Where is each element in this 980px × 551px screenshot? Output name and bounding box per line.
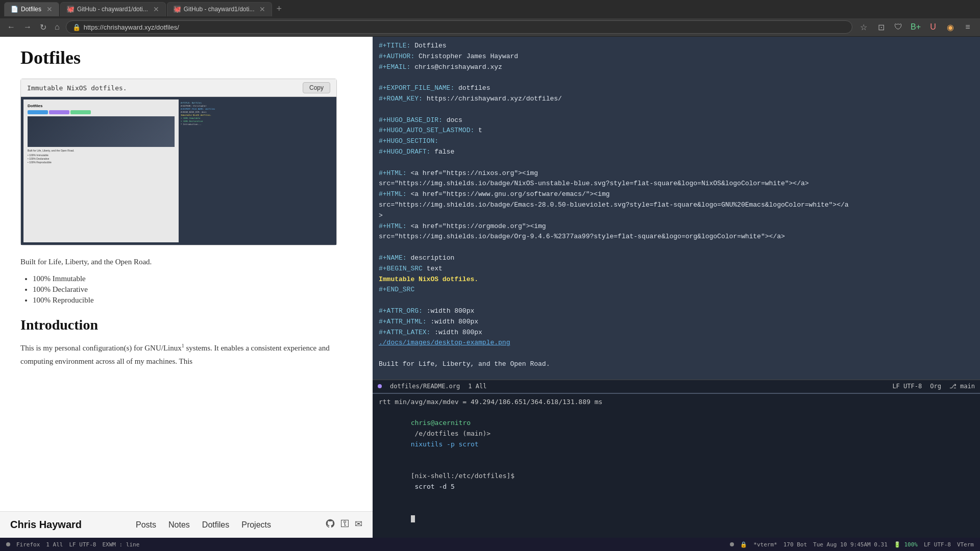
- status-right: LF UTF-8 Org ⎇ main: [892, 383, 975, 390]
- editor-line-14: src="https://img.shields.io/badge/NixOS-…: [379, 179, 974, 189]
- mini-web-text1: Built for Life, Liberty, and the Open Ro…: [28, 149, 175, 153]
- editor-line-25: [379, 295, 974, 306]
- term-prompt-line: chris@acernitro /e/dotfiles (main)> nixu…: [379, 407, 974, 460]
- editor-pane: #+TITLE: Dotfiles #+AUTHOR: Christopher …: [373, 37, 980, 538]
- address-text: https://chrishayward.xyz/dotfiles/: [84, 23, 179, 31]
- editor-line-2: #+AUTHOR: Christopher James Hayward: [379, 52, 974, 62]
- tab-favicon-2: 🐙: [67, 6, 74, 13]
- reader-mode-button[interactable]: ⊡: [874, 20, 888, 34]
- keybase-icon[interactable]: ⚿: [340, 518, 350, 531]
- extension-btn-1[interactable]: 🛡: [891, 20, 905, 34]
- mini-web-img: [28, 116, 175, 147]
- email-icon[interactable]: ✉: [355, 518, 362, 531]
- sys-extra: VTerm: [957, 541, 974, 548]
- intro-text-1: This is my personal configuration(s) for…: [20, 344, 182, 352]
- nav-link-dotfiles[interactable]: Dotfiles: [202, 520, 229, 530]
- tab-title-1: Dotfiles: [21, 6, 41, 13]
- copy-button[interactable]: Copy: [303, 82, 330, 93]
- bullet-1: 100% Immutable: [33, 274, 337, 283]
- term-cursor-line: [379, 503, 974, 535]
- bookmark-button[interactable]: ☆: [856, 20, 871, 34]
- mini-web-title: Dotfiles: [28, 104, 175, 108]
- tab-dotfiles[interactable]: 📄 Dotfiles ✕: [4, 2, 59, 16]
- tab-title-3: GitHub - chayward1/doti...: [184, 6, 255, 13]
- term-nix-shell: [nix-shell:/etc/dotfiles]$: [411, 472, 515, 480]
- editor-line-20: [379, 242, 974, 253]
- editor-line-3: #+EMAIL: chris@chrishayward.xyz: [379, 62, 974, 73]
- status-position: 1 All: [468, 383, 486, 390]
- editor-line-26: #+ATTR_ORG: :width 800px: [379, 306, 974, 317]
- sys-encoding-right: LF UTF-8: [924, 541, 951, 548]
- back-button[interactable]: ←: [5, 20, 17, 34]
- editor-line-8: #+HUGO_BASE_DIR: docs: [379, 115, 974, 126]
- term-command: scrot -d 5: [411, 483, 455, 490]
- editor-line-10: #+HUGO_SECTION:: [379, 136, 974, 147]
- editor-line-5: #+EXPORT_FILE_NAME: dotfiles: [379, 83, 974, 94]
- tab-bar: 📄 Dotfiles ✕ 🐙 GitHub - chayward1/doti..…: [0, 0, 980, 18]
- status-filename: dotfiles/README.org: [390, 383, 460, 390]
- editor-line-30: [379, 348, 974, 359]
- badge-org: [70, 110, 91, 114]
- mini-editor-right: #+TITLE: Dotfiles #+AUTHOR: Christopher …: [179, 99, 334, 242]
- editor-line-27: #+ATTR_HTML: :width 800px: [379, 317, 974, 328]
- mini-web-left: Dotfiles Built for Life, Liberty, and th…: [23, 99, 179, 242]
- tab-favicon-3: 🐙: [174, 6, 181, 13]
- menu-button[interactable]: ≡: [961, 20, 975, 34]
- status-mode: Org: [930, 383, 941, 390]
- editor-line-15: #+HTML: <a href="https://www.gnu.org/sof…: [379, 189, 974, 200]
- forward-button[interactable]: →: [21, 20, 34, 34]
- tab-github1[interactable]: 🐙 GitHub - chayward1/doti... ✕: [60, 2, 166, 16]
- extension-btn-3[interactable]: U: [926, 20, 940, 34]
- mini-web-bullets: • 100% Immutable• 100% Declarative• 100%…: [28, 154, 175, 164]
- bullet-3: 100% Reproducible: [33, 296, 337, 305]
- web-pane: Dotfiles Immutable NixOS dotfiles. Copy …: [0, 37, 373, 538]
- status-branch: ⎇ main: [949, 383, 975, 390]
- extension-btn-2[interactable]: B+: [909, 20, 923, 34]
- system-bar: Firefox 1 All LF UTF-8 EXWM : line 🔒 *vt…: [0, 538, 980, 551]
- sys-left-pos: 1 All: [46, 541, 63, 548]
- mini-web-badges: [28, 110, 175, 114]
- editor-line-32: [379, 370, 974, 380]
- nav-link-posts[interactable]: Posts: [136, 520, 156, 530]
- editor-line-9: #+HUGO_AUTO_SET_LASTMOD: t: [379, 126, 974, 136]
- brand-name: Chris Hayward: [10, 519, 82, 531]
- editor-line-12: [379, 158, 974, 168]
- intro-paragraph: This is my personal configuration(s) for…: [20, 341, 337, 368]
- new-tab-button[interactable]: +: [273, 4, 285, 14]
- editor-line-16: src="https://img.shields.io/badge/Emacs-…: [379, 200, 974, 211]
- sys-battery: 🔋 100%: [894, 541, 918, 548]
- nav-link-notes[interactable]: Notes: [168, 520, 190, 530]
- bullet-2: 100% Declarative: [33, 285, 337, 294]
- tab-close-3[interactable]: ✕: [259, 6, 265, 13]
- code-block-text: Immutable NixOS dotfiles.: [27, 84, 127, 92]
- address-bar[interactable]: 🔒 https://chrishayward.xyz/dotfiles/: [66, 20, 852, 34]
- nav-link-projects[interactable]: Projects: [241, 520, 271, 530]
- sys-datetime: Tue Aug 10 9:45AM 0.31: [813, 541, 888, 548]
- main-area: Dotfiles Immutable NixOS dotfiles. Copy …: [0, 37, 980, 538]
- extension-btn-4[interactable]: ◉: [943, 20, 958, 34]
- home-button[interactable]: ⌂: [53, 20, 62, 34]
- status-indicator: [378, 384, 382, 388]
- tab-close-2[interactable]: ✕: [153, 6, 159, 13]
- nav-links: Posts Notes Dotfiles Projects: [136, 520, 271, 530]
- tab-github2[interactable]: 🐙 GitHub - chayward1/doti... ✕: [167, 2, 273, 16]
- reload-button[interactable]: ↻: [38, 20, 48, 34]
- editor-line-24: #+END_SRC: [379, 285, 974, 295]
- sys-dot-right: [730, 542, 734, 546]
- sys-firefox: Firefox: [16, 541, 40, 548]
- sys-vterm-lines: 170 Bot: [783, 541, 807, 548]
- web-content: Dotfiles Immutable NixOS dotfiles. Copy …: [0, 37, 373, 511]
- github-icon[interactable]: [325, 518, 335, 531]
- editor-line-22: #+BEGIN_SRC text: [379, 264, 974, 274]
- editor-line-11: #+HUGO_DRAFT: false: [379, 147, 974, 158]
- tab-title-2: GitHub - chayward1/doti...: [77, 6, 148, 13]
- sys-vterm: *vterm*: [753, 541, 777, 548]
- web-inner: Dotfiles Immutable NixOS dotfiles. Copy …: [0, 37, 357, 378]
- nav-actions: ☆ ⊡ 🛡 B+ U ◉ ≡: [856, 20, 975, 34]
- term-prompt-text: chris@acernitro: [411, 419, 471, 427]
- browser-chrome: 📄 Dotfiles ✕ 🐙 GitHub - chayward1/doti..…: [0, 0, 980, 37]
- nav-bar: ← → ↻ ⌂ 🔒 https://chrishayward.xyz/dotfi…: [0, 18, 980, 37]
- mini-line-8: * Introduction...: [181, 123, 332, 126]
- editor-line-21: #+NAME: description: [379, 253, 974, 264]
- tab-close-1[interactable]: ✕: [46, 6, 53, 13]
